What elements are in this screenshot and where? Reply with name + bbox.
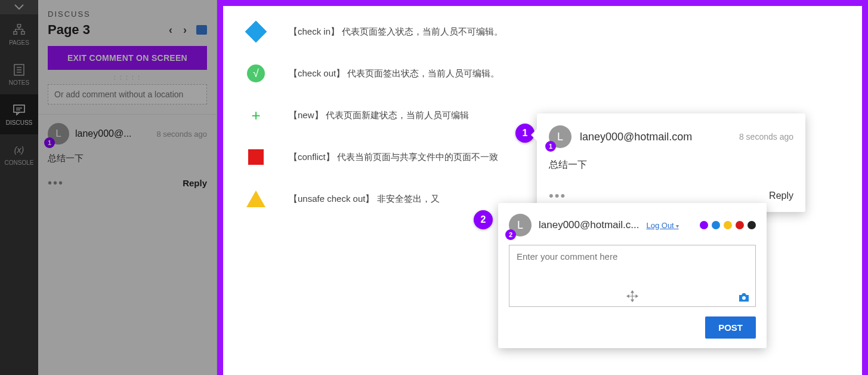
next-page-button[interactable]: ›: [180, 24, 190, 35]
plus-icon: +: [247, 106, 265, 124]
chevron-down-icon: [14, 4, 24, 10]
discuss-icon: [12, 103, 26, 117]
comment-popover: L 1 laney000@hotmail.com 8 seconds ago 总…: [537, 113, 805, 212]
svg-rect-7: [14, 105, 24, 112]
color-swatch-black[interactable]: [747, 221, 756, 229]
svg-text:(x): (x): [14, 145, 24, 155]
console-icon: (x): [12, 143, 26, 157]
legend-text: 【conflict】 代表当前页面与共享文件中的页面不一致: [289, 152, 498, 163]
rail-item-pages[interactable]: PAGES: [0, 14, 38, 54]
legend-text: 【check out】 代表页面签出状态，当前人员可编辑。: [289, 68, 499, 79]
comment-user: laney000@...: [75, 128, 132, 139]
rail-item-label: CONSOLE: [5, 159, 34, 166]
rail-item-discuss[interactable]: DISCUSS: [0, 94, 38, 134]
prev-page-button[interactable]: ‹: [165, 24, 176, 35]
post-button[interactable]: POST: [705, 316, 756, 339]
color-picker: [700, 221, 756, 229]
comment-input-popover: L 2 laney000@hotmail.c... Log Out POST: [498, 203, 767, 348]
legend-row-checkout: √ 【check out】 代表页面签出状态，当前人员可编辑。: [247, 64, 838, 82]
rail-item-label: PAGES: [9, 39, 29, 46]
legend-row-checkin: 【check in】 代表页面签入状态，当前人员不可编辑。: [247, 23, 838, 41]
logout-link[interactable]: Log Out: [646, 221, 678, 230]
comment-mode-icon[interactable]: [196, 25, 207, 35]
add-comment-input[interactable]: [48, 84, 207, 104]
comment-time: 8 seconds ago: [156, 130, 207, 139]
comment-card[interactable]: L 1 laney000@... 8 seconds ago 总结一下 ••• …: [38, 115, 217, 198]
comment-more-button[interactable]: •••: [48, 176, 64, 190]
sitemap-icon: [12, 23, 26, 37]
page-title: Page 3: [48, 22, 90, 38]
exit-comment-button[interactable]: EXIT COMMENT ON SCREEN: [48, 46, 207, 70]
popover-time: 8 seconds ago: [739, 132, 793, 142]
rail-item-label: DISCUSS: [6, 119, 32, 126]
comment-marker-badge: 1: [44, 137, 55, 148]
popover-marker-badge: 1: [545, 141, 556, 152]
popover-more-button[interactable]: •••: [549, 188, 566, 204]
camera-icon[interactable]: [738, 293, 750, 305]
diamond-icon: [247, 23, 265, 41]
comment-body: 总结一下: [48, 153, 207, 164]
color-swatch-red[interactable]: [736, 221, 744, 229]
rail-item-label: NOTES: [9, 79, 29, 86]
canvas-marker-2[interactable]: 2: [474, 210, 493, 229]
square-icon: [247, 148, 265, 166]
legend-text: 【unsafe check out】 非安全签出，又: [289, 193, 440, 205]
move-handle-icon[interactable]: [626, 290, 638, 305]
popover-reply-button[interactable]: Reply: [769, 190, 793, 201]
color-swatch-purple[interactable]: [700, 221, 708, 229]
notes-icon: [12, 63, 26, 77]
svg-rect-0: [17, 24, 21, 27]
svg-rect-1: [14, 32, 17, 35]
rail-item-console[interactable]: (x) CONSOLE: [0, 134, 38, 174]
section-label: DISCUSS: [48, 10, 207, 19]
drag-handle-dots: : : : : :: [48, 73, 207, 81]
comment-reply-button[interactable]: Reply: [183, 178, 207, 188]
discuss-sidebar: DISCUSS Page 3 ‹ › EXIT COMMENT ON SCREE…: [38, 0, 217, 375]
svg-point-11: [742, 296, 746, 300]
svg-rect-2: [21, 32, 24, 35]
legend-text: 【new】 代表页面新建状态，当前人员可编辑: [289, 110, 469, 121]
popover-body: 总结一下: [549, 159, 793, 171]
check-circle-icon: √: [247, 64, 265, 82]
rail-item-notes[interactable]: NOTES: [0, 54, 38, 94]
popover-pointer: [531, 129, 537, 141]
rail-toggle[interactable]: [0, 0, 38, 14]
triangle-icon: [247, 190, 265, 208]
color-swatch-yellow[interactable]: [724, 221, 732, 229]
legend-text: 【check in】 代表页面签入状态，当前人员不可编辑。: [289, 26, 503, 38]
input-marker-badge: 2: [505, 229, 516, 240]
popover-user: laney000@hotmail.com: [580, 131, 692, 143]
left-rail: PAGES NOTES DISCUSS (x) CONSOLE: [0, 0, 38, 375]
input-user: laney000@hotmail.c...: [539, 219, 639, 231]
color-swatch-blue[interactable]: [712, 221, 720, 229]
